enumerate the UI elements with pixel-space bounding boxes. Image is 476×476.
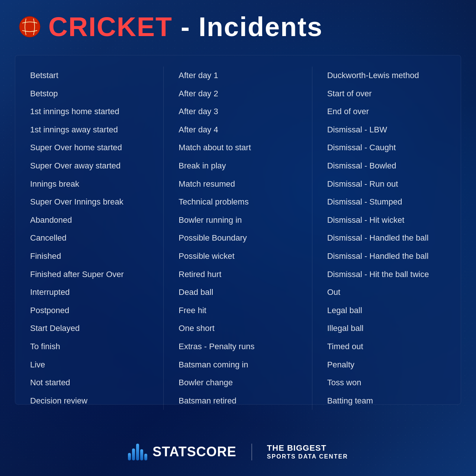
- list-item: Dismissal - Handled the ball: [327, 247, 446, 266]
- wave-bar-3: [136, 444, 139, 460]
- list-item: Dismissal - Caught: [327, 139, 446, 157]
- list-item: Bowler running in: [178, 211, 297, 229]
- list-item: Illegal ball: [327, 319, 446, 338]
- list-item: Super Over Innings break: [30, 193, 148, 211]
- list-item: Dismissal - Bowled: [327, 157, 446, 175]
- list-item: After day 1: [178, 67, 297, 85]
- list-item: After day 2: [178, 85, 297, 103]
- col1-list: BetstartBetstop1st innings home started1…: [30, 67, 148, 410]
- list-item: After day 3: [178, 103, 297, 121]
- list-item: Timed out: [327, 338, 446, 356]
- wave-bar-1: [128, 453, 131, 460]
- page-header: CRICKET - Incidents: [0, 0, 476, 48]
- wave-bar-5: [144, 454, 147, 460]
- footer: STATSCORE THE BIGGEST SPORTS DATA CENTER: [0, 428, 476, 476]
- list-item: 1st innings home started: [30, 103, 148, 121]
- list-item: Start of over: [327, 85, 446, 103]
- list-item: Penalty: [327, 356, 446, 374]
- list-item: Betstop: [30, 85, 148, 103]
- list-item: Dismissal - Hit wicket: [327, 211, 446, 229]
- statscore-waves-icon: [128, 444, 147, 460]
- list-item: Finished after Super Over: [30, 266, 148, 284]
- list-item: Extras - Penalty runs: [178, 338, 297, 356]
- list-item: Dismissal - Stumped: [327, 193, 446, 211]
- list-item: Super Over away started: [30, 157, 148, 175]
- list-item: Batsman retired: [178, 392, 297, 410]
- tagline-line2: SPORTS DATA CENTER: [267, 453, 348, 460]
- list-item: Dead ball: [178, 283, 297, 302]
- list-item: Possible wicket: [178, 247, 297, 266]
- list-item: Bowler change: [178, 374, 297, 392]
- list-item: Interrupted: [30, 283, 148, 302]
- cricket-ball-icon: [19, 16, 41, 38]
- list-item: Match resumed: [178, 175, 297, 193]
- column-3: Duckworth-Lewis methodStart of overEnd o…: [312, 67, 461, 410]
- list-item: Dismissal - Run out: [327, 175, 446, 193]
- list-item: Dismissal - Handled the ball: [327, 229, 446, 247]
- list-item: After day 4: [178, 121, 297, 139]
- list-item: Break in play: [178, 157, 297, 175]
- list-item: Super Over home started: [30, 139, 148, 157]
- col2-list: After day 1After day 2After day 3After d…: [178, 67, 297, 410]
- list-item: Decision review: [30, 392, 148, 410]
- list-item: Batsman coming in: [178, 356, 297, 374]
- page-title: CRICKET - Incidents: [48, 13, 323, 40]
- list-item: Abandoned: [30, 211, 148, 229]
- list-item: To finish: [30, 338, 148, 356]
- list-item: Innings break: [30, 175, 148, 193]
- list-item: Betstart: [30, 67, 148, 85]
- list-item: Dismissal - LBW: [327, 121, 446, 139]
- wave-bar-2: [132, 448, 135, 460]
- list-item: One short: [178, 319, 297, 338]
- brand-name: STATSCORE: [152, 444, 237, 460]
- list-item: Cancelled: [30, 229, 148, 247]
- title-cricket: CRICKET: [48, 12, 173, 42]
- wave-bar-4: [140, 449, 143, 460]
- footer-tagline: THE BIGGEST SPORTS DATA CENTER: [252, 444, 348, 460]
- column-2: After day 1After day 2After day 3After d…: [164, 67, 312, 410]
- list-item: Legal ball: [327, 302, 446, 320]
- list-item: Live: [30, 356, 148, 374]
- list-item: 1st innings away started: [30, 121, 148, 139]
- list-item: Finished: [30, 247, 148, 266]
- list-item: Retired hurt: [178, 266, 297, 284]
- list-item: Toss won: [327, 374, 446, 392]
- col3-list: Duckworth-Lewis methodStart of overEnd o…: [327, 67, 446, 410]
- list-item: Match about to start: [178, 139, 297, 157]
- list-item: Out: [327, 283, 446, 302]
- column-1: BetstartBetstop1st innings home started1…: [15, 67, 164, 410]
- list-item: Free hit: [178, 302, 297, 320]
- list-item: Duckworth-Lewis method: [327, 67, 446, 85]
- list-item: End of over: [327, 103, 446, 121]
- list-item: Postponed: [30, 302, 148, 320]
- main-content: BetstartBetstop1st innings home started1…: [0, 48, 476, 428]
- list-item: Start Delayed: [30, 319, 148, 338]
- incidents-table: BetstartBetstop1st innings home started1…: [15, 55, 461, 405]
- brand-section: STATSCORE: [128, 444, 252, 460]
- title-suffix: - Incidents: [173, 12, 323, 42]
- list-item: Not started: [30, 374, 148, 392]
- list-item: Dismissal - Hit the ball twice: [327, 266, 446, 284]
- list-item: Possible Boundary: [178, 229, 297, 247]
- list-item: Batting team: [327, 392, 446, 410]
- list-item: Technical problems: [178, 193, 297, 211]
- tagline-line1: THE BIGGEST: [267, 444, 327, 453]
